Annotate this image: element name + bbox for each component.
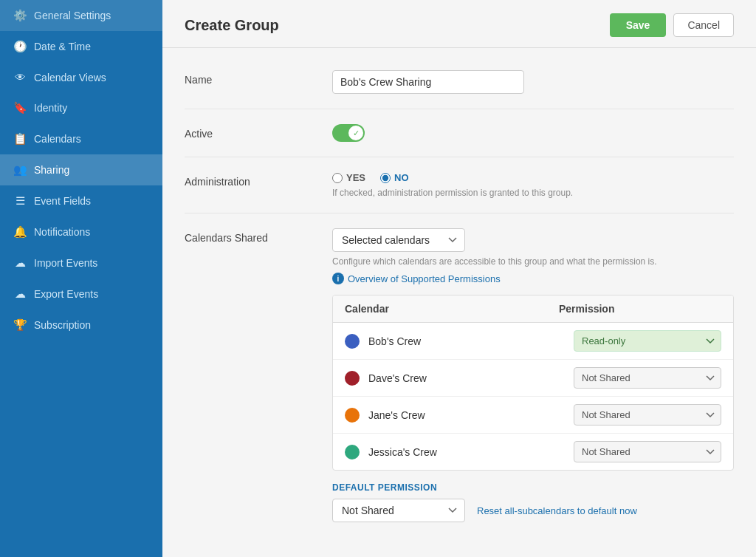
calendar-views-icon: 👁 [13,71,27,83]
overview-link-text: Overview of Supported Permissions [348,273,501,284]
calendar-name: Dave's Crew [368,372,574,384]
default-permission-row: Not Shared Read-only Read/Write Reset al… [332,499,734,522]
administration-row: Administration YES NO If checked, admini… [185,157,734,213]
calendar-dot [345,408,360,423]
calendars-shared-label: Calendars Shared [185,228,303,244]
default-permission-select[interactable]: Not Shared Read-only Read/Write [332,499,465,522]
calendar-dot [345,334,360,349]
overview-link[interactable]: i Overview of Supported Permissions [332,273,734,284]
admin-no-label[interactable]: NO [380,172,409,183]
sidebar: ⚙️ General Settings 🕐 Date & Time 👁 Cale… [0,0,162,557]
name-row: Name [185,55,734,109]
admin-no-radio[interactable] [380,173,391,183]
general-settings-icon: ⚙️ [13,9,27,22]
name-label: Name [185,70,303,86]
sidebar-label-identity: Identity [34,102,67,114]
sidebar-label-export-events: Export Events [34,288,98,300]
main-content: Create Group Save Cancel Name Active ✓ [162,0,756,557]
table-row: Jane's CrewRead-onlyRead/WriteNot Shared [333,397,733,434]
name-input[interactable] [332,70,524,94]
permission-select[interactable]: Read-onlyRead/WriteNot Shared [574,330,721,352]
sidebar-label-date-time: Date & Time [34,41,91,52]
calendars-select-row: All calendarsSelected calendarsNo calend… [332,228,734,252]
calendar-table-header: Calendar Permission [333,295,733,323]
sidebar-item-calendar-views[interactable]: 👁 Calendar Views [0,62,162,92]
admin-yes-label[interactable]: YES [332,172,365,183]
default-permission-section: DEFAULT PERMISSION Not Shared Read-only … [332,482,734,522]
calendars-shared-control: All calendarsSelected calendarsNo calend… [332,228,734,522]
permission-select[interactable]: Read-onlyRead/WriteNot Shared [574,441,721,462]
event-fields-icon: ☰ [13,194,27,208]
table-row: Jessica's CrewRead-onlyRead/WriteNot Sha… [333,434,733,470]
sidebar-item-event-fields[interactable]: ☰ Event Fields [0,185,162,216]
active-row: Active ✓ [185,109,734,157]
export-events-icon: ☁ [13,287,27,301]
notifications-icon: 🔔 [13,225,27,239]
admin-hint: If checked, administration permission is… [332,188,734,198]
identity-icon: 🔖 [13,101,27,115]
sidebar-item-general-settings[interactable]: ⚙️ General Settings [0,0,162,31]
sidebar-label-event-fields: Event Fields [34,195,91,207]
calendars-hint: Configure which calendars are accessible… [332,256,734,267]
toggle-knob: ✓ [348,126,363,140]
table-row: Dave's CrewRead-onlyRead/WriteNot Shared [333,360,733,397]
name-control [332,70,734,94]
sidebar-item-subscription[interactable]: 🏆 Subscription [0,310,162,341]
calendar-name: Bob's Crew [368,335,574,347]
sidebar-label-calendar-views: Calendar Views [34,72,106,83]
calendars-icon: 📋 [13,132,27,146]
subscription-icon: 🏆 [13,318,27,332]
sidebar-item-calendars[interactable]: 📋 Calendars [0,123,162,154]
admin-radio-group: YES NO [332,172,734,183]
sidebar-item-notifications[interactable]: 🔔 Notifications [0,216,162,247]
calendar-table-body: Bob's CrewRead-onlyRead/WriteNot SharedD… [333,323,733,470]
col-calendar: Calendar [345,303,559,315]
admin-yes-radio[interactable] [332,173,343,183]
sidebar-label-subscription: Subscription [34,319,91,331]
calendar-dot [345,445,360,459]
sidebar-label-import-events: Import Events [34,257,97,269]
sidebar-item-sharing[interactable]: 👥 Sharing [0,154,162,185]
date-time-icon: 🕐 [13,40,27,53]
administration-label: Administration [185,172,303,188]
default-permission-label: DEFAULT PERMISSION [332,482,734,493]
sidebar-item-date-time[interactable]: 🕐 Date & Time [0,31,162,62]
admin-no-text: NO [394,172,409,183]
sidebar-item-identity[interactable]: 🔖 Identity [0,92,162,123]
header-actions: Save Cancel [610,13,734,37]
table-row: Bob's CrewRead-onlyRead/WriteNot Shared [333,323,733,360]
col-permission: Permission [559,303,721,315]
sidebar-label-calendars: Calendars [34,133,81,145]
sidebar-label-general-settings: General Settings [34,10,111,21]
page-title: Create Group [185,17,279,34]
save-button[interactable]: Save [610,13,667,37]
calendars-shared-select[interactable]: All calendarsSelected calendarsNo calend… [332,228,465,252]
sidebar-label-sharing: Sharing [34,164,69,176]
import-events-icon: ☁ [13,256,27,270]
active-control: ✓ [332,124,734,142]
form-body: Name Active ✓ Administration [162,48,756,557]
administration-control: YES NO If checked, administration permis… [332,172,734,198]
calendar-dot [345,371,360,386]
calendar-name: Jessica's Crew [368,446,574,458]
calendars-shared-row: Calendars Shared All calendarsSelected c… [185,213,734,537]
reset-link[interactable]: Reset all-subcalendars to default now [477,505,637,516]
page-header: Create Group Save Cancel [162,0,756,48]
permission-select[interactable]: Read-onlyRead/WriteNot Shared [574,404,721,426]
sidebar-label-notifications: Notifications [34,226,90,238]
permission-select[interactable]: Read-onlyRead/WriteNot Shared [574,367,721,389]
cancel-button[interactable]: Cancel [673,13,734,37]
calendar-table: Calendar Permission Bob's CrewRead-onlyR… [332,295,734,471]
info-icon: i [332,273,344,284]
calendar-name: Jane's Crew [368,409,574,421]
sharing-icon: 👥 [13,163,27,177]
admin-yes-text: YES [346,172,365,183]
sidebar-item-import-events[interactable]: ☁ Import Events [0,247,162,278]
active-toggle[interactable]: ✓ [332,124,365,142]
toggle-wrap: ✓ [332,124,734,142]
active-label: Active [185,124,303,140]
sidebar-item-export-events[interactable]: ☁ Export Events [0,278,162,310]
